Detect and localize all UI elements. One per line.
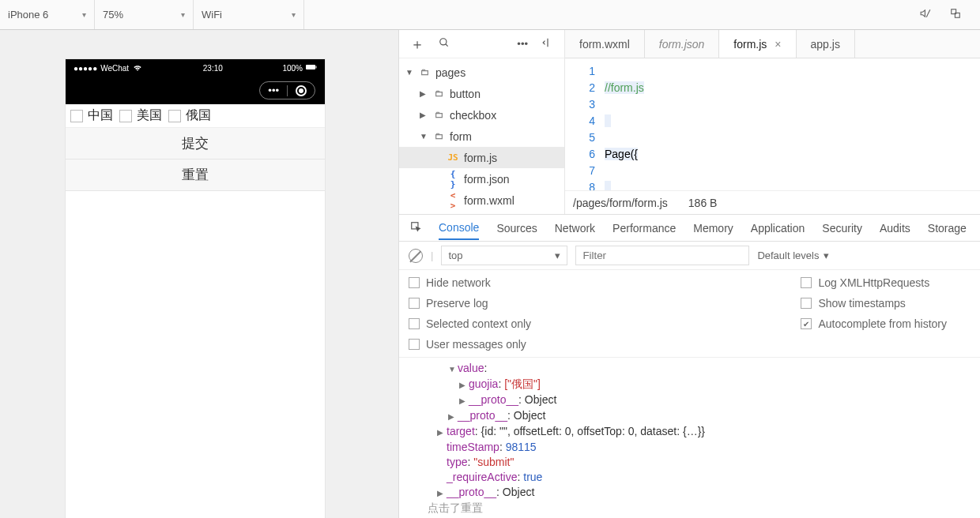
signal-icon: ●●●●● bbox=[74, 64, 97, 73]
svg-rect-3 bbox=[306, 65, 315, 69]
search-button[interactable] bbox=[439, 37, 450, 51]
collapse-icon bbox=[542, 37, 553, 48]
clear-console-button[interactable] bbox=[409, 249, 423, 263]
checkbox-usa[interactable] bbox=[119, 110, 132, 122]
tab-form-wxml[interactable]: form.wxml bbox=[565, 30, 645, 58]
opt-user-messages[interactable]: User messages only bbox=[409, 338, 531, 351]
detach-button[interactable] bbox=[950, 8, 980, 21]
network-label: WiFi bbox=[202, 9, 222, 21]
wifi-icon bbox=[132, 62, 143, 74]
svg-rect-4 bbox=[315, 66, 316, 69]
file-form-wxml[interactable]: < > form.wxml bbox=[399, 190, 564, 211]
checkbox-row: 中国 美国 俄国 bbox=[66, 104, 325, 128]
js-icon: JS bbox=[447, 152, 459, 163]
more-icon: ••• bbox=[268, 84, 279, 96]
devtools-panel: Console Sources Network Performance Memo… bbox=[399, 215, 980, 518]
tab-console[interactable]: Console bbox=[439, 216, 479, 240]
opt-hide-network[interactable]: Hide network bbox=[409, 276, 531, 289]
folder-checkbox[interactable]: ▶ 🗀 checkbox bbox=[399, 104, 564, 126]
console-log-line: 点击了重置 bbox=[428, 501, 980, 516]
time-label: 23:10 bbox=[203, 64, 223, 73]
code-editor[interactable]: 123 456 789 //form.js Page({ changed:fun… bbox=[565, 58, 980, 190]
target-icon bbox=[296, 85, 307, 96]
context-selector[interactable]: top ▾ bbox=[441, 246, 567, 265]
node-label: form bbox=[450, 130, 472, 143]
add-button[interactable]: ＋ bbox=[410, 35, 424, 54]
device-label: iPhone 6 bbox=[8, 9, 48, 21]
json-icon: { } bbox=[447, 169, 459, 190]
twisty-closed-icon: ▶ bbox=[420, 89, 428, 98]
inspect-icon bbox=[410, 221, 421, 232]
carrier-label: WeChat bbox=[100, 64, 129, 73]
twisty-closed-icon: ▶ bbox=[420, 111, 428, 119]
folder-icon: 🗀 bbox=[432, 131, 445, 141]
more-menu[interactable]: ••• bbox=[517, 38, 528, 50]
tab-form-js[interactable]: form.js × bbox=[719, 30, 796, 58]
chevron-down-icon: ▾ bbox=[824, 250, 829, 261]
checkbox-china[interactable] bbox=[70, 110, 83, 122]
folder-button[interactable]: ▶ 🗀 button bbox=[399, 83, 564, 104]
node-label: form.wxml bbox=[464, 194, 514, 207]
chevron-down-icon: ▾ bbox=[82, 10, 86, 19]
folder-icon: 🗀 bbox=[432, 110, 445, 120]
chevron-down-icon: ▾ bbox=[181, 10, 185, 19]
node-label: checkbox bbox=[450, 109, 496, 122]
file-form-wxss[interactable]: wxss form.wxss bbox=[399, 211, 564, 214]
check-label: 中国 bbox=[88, 107, 113, 124]
opt-preserve-log[interactable]: Preserve log bbox=[409, 297, 531, 310]
twisty-open-icon: ▼ bbox=[420, 132, 428, 141]
mute-button[interactable] bbox=[920, 8, 950, 21]
check-label: 俄国 bbox=[186, 107, 211, 124]
page-body bbox=[66, 191, 325, 518]
file-form-js[interactable]: JS form.js bbox=[399, 147, 564, 168]
opt-autocomplete[interactable]: ✔Autocomplete from history bbox=[801, 317, 947, 330]
tab-audits[interactable]: Audits bbox=[880, 217, 910, 239]
network-selector[interactable]: WiFi ▾ bbox=[194, 0, 304, 29]
submit-button[interactable]: 提交 bbox=[66, 128, 325, 160]
window-icon bbox=[950, 8, 961, 19]
svg-point-5 bbox=[440, 39, 447, 45]
ide-toolbar: iPhone 6 ▾ 75% ▾ WiFi ▾ bbox=[0, 0, 980, 30]
opt-log-xhr[interactable]: Log XMLHttpRequests bbox=[801, 276, 947, 289]
levels-selector[interactable]: Default levels ▾ bbox=[757, 250, 829, 261]
tab-network[interactable]: Network bbox=[555, 217, 595, 239]
inspect-button[interactable] bbox=[410, 221, 421, 235]
tab-storage[interactable]: Storage bbox=[928, 217, 967, 239]
tab-security[interactable]: Security bbox=[822, 217, 862, 239]
chevron-down-icon: ▾ bbox=[292, 10, 296, 19]
collapse-button[interactable] bbox=[542, 37, 553, 51]
folder-pages[interactable]: ▼ 🗀 pages bbox=[399, 62, 564, 83]
editor-tabs: form.wxml form.json form.js × app.js bbox=[565, 30, 980, 58]
console-settings: Hide network Preserve log Selected conte… bbox=[399, 270, 980, 358]
tab-app-js[interactable]: app.js bbox=[797, 30, 855, 58]
file-size: 186 B bbox=[688, 197, 718, 209]
device-selector[interactable]: iPhone 6 ▾ bbox=[0, 0, 95, 29]
node-label: pages bbox=[435, 66, 466, 79]
opt-timestamps[interactable]: Show timestamps bbox=[801, 297, 947, 310]
svg-line-6 bbox=[446, 44, 448, 47]
capsule-menu[interactable]: ••• bbox=[259, 81, 315, 99]
console-output[interactable]: ▼value: ▶guojia: ["俄国"] ▶__proto__: Obje… bbox=[399, 358, 980, 518]
search-icon bbox=[439, 37, 450, 48]
reset-button[interactable]: 重置 bbox=[66, 160, 325, 191]
node-label: button bbox=[450, 88, 481, 100]
checkbox-russia[interactable] bbox=[168, 110, 181, 122]
filter-input[interactable] bbox=[575, 246, 749, 265]
file-form-json[interactable]: { } form.json bbox=[399, 168, 564, 190]
close-icon[interactable]: × bbox=[775, 38, 781, 51]
opt-selected-context[interactable]: Selected context only bbox=[409, 317, 531, 330]
tab-form-json[interactable]: form.json bbox=[645, 30, 720, 58]
simulator-panel: ●●●●● WeChat 23:10 100% bbox=[0, 30, 398, 518]
battery-label: 100% bbox=[282, 64, 303, 73]
file-tree[interactable]: ▼ 🗀 pages ▶ 🗀 button ▶ 🗀 checkbox bbox=[399, 58, 564, 214]
folder-form[interactable]: ▼ 🗀 form bbox=[399, 126, 564, 147]
zoom-label: 75% bbox=[103, 9, 123, 21]
tab-performance[interactable]: Performance bbox=[612, 217, 676, 239]
check-label: 美国 bbox=[137, 107, 162, 124]
tab-application[interactable]: Application bbox=[751, 217, 805, 239]
editor-status-bar: /pages/form/form.js 186 B bbox=[565, 190, 980, 214]
zoom-selector[interactable]: 75% ▾ bbox=[95, 0, 194, 29]
tab-memory[interactable]: Memory bbox=[693, 217, 733, 239]
tab-sources[interactable]: Sources bbox=[496, 217, 537, 239]
code-text[interactable]: //form.js Page({ changed:function(e){ de… bbox=[605, 58, 980, 190]
